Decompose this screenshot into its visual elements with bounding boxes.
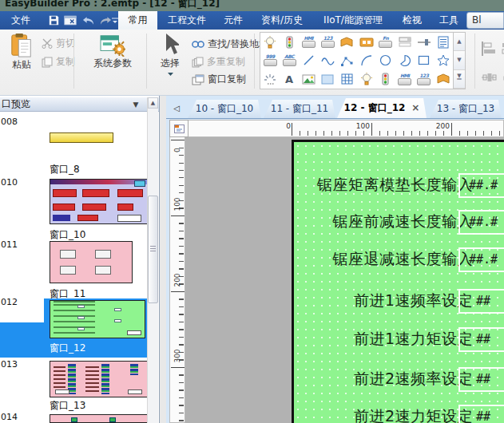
thumbnail-window-14[interactable] — [50, 414, 148, 423]
copy-button[interactable]: 复制 — [42, 55, 75, 69]
numeric-input-object[interactable]: ##.# — [458, 173, 504, 198]
horizontal-ruler: 0 100 200 — [189, 120, 504, 137]
ribbon-tab-iiot-energy[interactable]: IIoT/能源管理 — [314, 11, 392, 30]
right-toolbar-button[interactable]: Bl — [466, 12, 504, 29]
indicator-lamp-icon[interactable] — [357, 70, 376, 89]
numeric-input-object[interactable]: ##.# — [458, 210, 504, 235]
numeric-input-object[interactable]: ##.# — [458, 247, 504, 272]
gallery-scroll-up-icon[interactable]: ▲ — [454, 33, 465, 51]
select-button[interactable]: 选择 — [153, 33, 187, 77]
window-number: 010 — [1, 177, 18, 188]
numeric-input-object[interactable]: ## — [458, 405, 504, 423]
gallery-more-icon[interactable]: ▼▔ — [454, 70, 465, 89]
tab-window-10[interactable]: 10 - 窗口_10 — [188, 100, 261, 118]
keypad-123-icon[interactable]: 123 — [415, 70, 434, 89]
numeric-input-object[interactable]: ## — [458, 327, 504, 352]
system-parameters-button[interactable]: 系统参数 — [88, 33, 137, 70]
tab-close-icon[interactable]: × — [411, 98, 419, 118]
undo-icon[interactable] — [81, 14, 95, 27]
text-object[interactable]: 锯座退减速长度输入 — [333, 249, 474, 270]
tag-icon[interactable] — [337, 33, 356, 51]
gallery-scrollbar: ▲ ▼ ▼▔ — [454, 32, 466, 89]
picture-icon[interactable] — [299, 70, 318, 89]
distribute-horizontal-button[interactable] — [479, 68, 498, 87]
easybuilder-window: EasyBuilder Pro : 2.emtp - [12 - 窗口_12] … — [0, 0, 504, 423]
text-object[interactable]: 锯座矩离模垫长度输入 — [317, 175, 473, 196]
cut-button[interactable]: 剪切 — [42, 37, 75, 50]
panel-scrollbar[interactable]: ▲ — [147, 97, 158, 423]
keypad-abc-icon[interactable]: ABC — [280, 51, 299, 69]
scrollbar-thumb[interactable] — [148, 196, 158, 303]
canvas-row: 锯座退减速长度输入##.# — [294, 247, 504, 275]
combo-button-icon[interactable] — [395, 33, 415, 51]
paste-button[interactable]: 粘贴 — [6, 33, 37, 72]
multi-copy-button[interactable]: 多重复制 — [192, 55, 245, 69]
align-center-button[interactable] — [499, 39, 504, 58]
export-icon[interactable] — [63, 14, 77, 27]
filled-rectangle-icon[interactable] — [318, 70, 337, 89]
numeric-input-object[interactable]: ## — [458, 367, 504, 392]
distribute-vertical-button[interactable] — [499, 68, 504, 87]
traffic-light-icon[interactable] — [280, 33, 299, 51]
line-icon[interactable] — [299, 51, 318, 69]
rectangle-icon[interactable] — [415, 51, 434, 69]
keypad-999-icon[interactable]: 999 — [260, 51, 280, 69]
align-left-button[interactable] — [479, 39, 498, 58]
numeric-input-object[interactable]: ## — [458, 289, 504, 314]
thumbnail-window-13[interactable] — [50, 361, 148, 397]
ribbon-tab-object[interactable]: 元件 — [216, 11, 250, 30]
text-icon[interactable]: A — [280, 70, 299, 89]
pie-icon[interactable] — [395, 51, 415, 69]
tab-window-11[interactable]: 11 - 窗口_11 — [264, 100, 335, 118]
text-object[interactable]: 前进1速力矩设定 — [354, 329, 473, 350]
canvas-row: 前进2速力矩设定## — [294, 405, 504, 423]
wave-icon[interactable] — [318, 51, 337, 69]
ribbon-tab-project[interactable]: 工程文件 — [161, 11, 212, 30]
function-key-icon[interactable]: Fn — [376, 33, 395, 51]
text-object[interactable]: 前进2速力矩设定 — [354, 406, 473, 423]
window-title: EasyBuilder Pro : 2.emtp - [12 - 窗口_12] — [5, 0, 504, 10]
gallery-scroll-down-icon[interactable]: ▼ — [454, 51, 465, 69]
find-replace-address-button[interactable]: 查找/替换地址 — [192, 38, 268, 51]
table-icon[interactable] — [337, 70, 356, 89]
switch-icon[interactable] — [357, 33, 376, 51]
text-object[interactable]: 前进2速频率设定 — [354, 369, 473, 389]
tab-window-13[interactable]: 13 - 窗口_13 — [430, 100, 502, 118]
thumbnail-window-12[interactable] — [50, 300, 145, 338]
text-object[interactable]: 前进1速频率设定 — [354, 291, 473, 311]
ribbon-tab-data-history[interactable]: 资料/历史 — [253, 11, 311, 30]
keypad-hmi-icon[interactable]: HMI — [395, 70, 415, 89]
traffic-light-icon[interactable] — [376, 70, 395, 89]
text-object[interactable]: 锯座前减速长度输入 — [333, 212, 474, 232]
window-caption: 窗口_10 — [50, 228, 85, 242]
keypad-hmi-icon[interactable]: HMI — [299, 33, 318, 51]
option-list-icon[interactable] — [434, 33, 453, 51]
window-copy-button[interactable]: 窗口复制 — [192, 73, 246, 86]
panel-menu-icon[interactable]: ▼ — [130, 100, 141, 110]
scrollbar-up-icon[interactable]: ▲ — [148, 97, 158, 109]
thumbnail-window-8[interactable] — [50, 132, 113, 143]
ribbon-tab-view[interactable]: 检视 — [395, 11, 429, 30]
window-12-design-surface[interactable]: 锯座矩离模垫长度输入##.# 锯座前减速长度输入##.# 锯座退减速长度输入##… — [292, 140, 504, 423]
keypad-123-icon[interactable]: 123 — [318, 33, 337, 51]
star-icon[interactable] — [434, 51, 453, 69]
design-canvas[interactable]: 锯座矩离模垫长度输入##.# 锯座前减速长度输入##.# 锯座退减速长度输入##… — [185, 137, 504, 423]
save-icon[interactable] — [46, 14, 61, 27]
canvas-row: 前进2速频率设定## — [294, 367, 504, 394]
thumbnail-window-10[interactable] — [50, 179, 148, 224]
tab-scroll-left-icon[interactable]: ◁ — [171, 102, 182, 115]
tab-window-12[interactable]: 12 - 窗口_12× — [337, 98, 427, 118]
thumbnail-window-11[interactable] — [50, 241, 133, 283]
ribbon-tab-tool[interactable]: 工具 — [432, 11, 466, 30]
polyline-icon[interactable] — [337, 51, 356, 69]
file-menu[interactable]: 文件 — [3, 11, 38, 30]
slider-icon[interactable] — [415, 33, 434, 51]
editor-area: ◁ 10 - 窗口_10 11 - 窗口_11 12 - 窗口_12× 13 -… — [166, 96, 504, 423]
indicator-lamp-icon[interactable] — [260, 33, 280, 51]
ribbon-tab-home[interactable]: 常用 — [118, 11, 157, 30]
arc-icon[interactable] — [357, 51, 376, 69]
circle-icon[interactable] — [376, 51, 395, 69]
burst-icon[interactable] — [260, 70, 280, 89]
tag-icon[interactable] — [434, 70, 453, 89]
canvas-row: 前进1速频率设定## — [294, 289, 504, 316]
